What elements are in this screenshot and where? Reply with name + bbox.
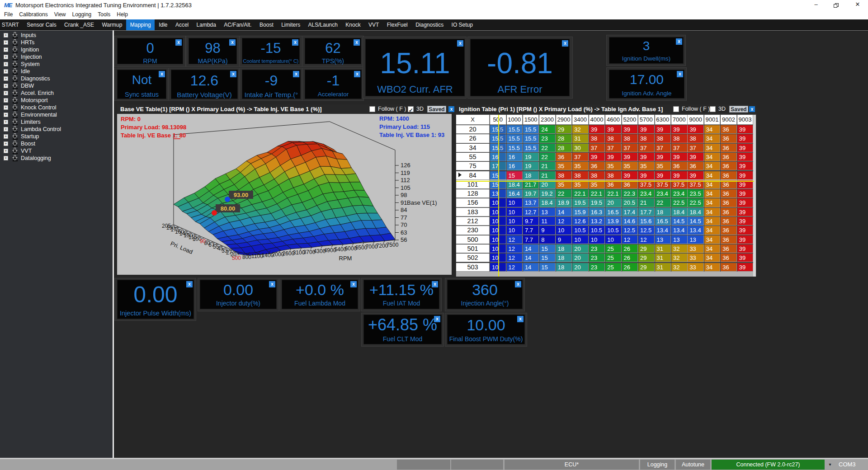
svg-text:70: 70 (401, 221, 407, 228)
svg-text:93.00: 93.00 (234, 192, 249, 198)
svg-text:91: 91 (401, 199, 407, 206)
svg-text:Table Inj. VE Base 1: 80: Table Inj. VE Base 1: 80 (121, 132, 186, 139)
svg-text:Pri. Load: Pri. Load (170, 240, 194, 255)
svg-text:RPM: RPM (339, 255, 352, 262)
svg-text:Table Inj. VE Base 1: 93: Table Inj. VE Base 1: 93 (379, 132, 444, 138)
svg-text:112: 112 (401, 177, 410, 183)
svg-text:7500: 7500 (387, 242, 399, 248)
svg-text:Primary Load: 115: Primary Load: 115 (379, 123, 430, 130)
svg-text:84: 84 (401, 207, 407, 213)
svg-text:Base VE(1): Base VE(1) (407, 199, 437, 206)
svg-text:98: 98 (401, 192, 407, 198)
svg-text:119: 119 (401, 169, 410, 176)
svg-text:20: 20 (231, 251, 237, 258)
svg-text:800: 800 (242, 254, 251, 260)
svg-text:77: 77 (401, 214, 407, 221)
svg-text:56: 56 (401, 236, 407, 243)
svg-text:126: 126 (401, 162, 410, 169)
svg-text:RPM: 0: RPM: 0 (121, 116, 141, 122)
svg-text:105: 105 (401, 184, 410, 191)
svg-text:RPM: 1400: RPM: 1400 (379, 115, 409, 122)
svg-text:80.00: 80.00 (221, 205, 236, 212)
svg-text:63: 63 (401, 229, 407, 236)
svg-text:Primary Load: 98.13098: Primary Load: 98.13098 (121, 124, 186, 131)
